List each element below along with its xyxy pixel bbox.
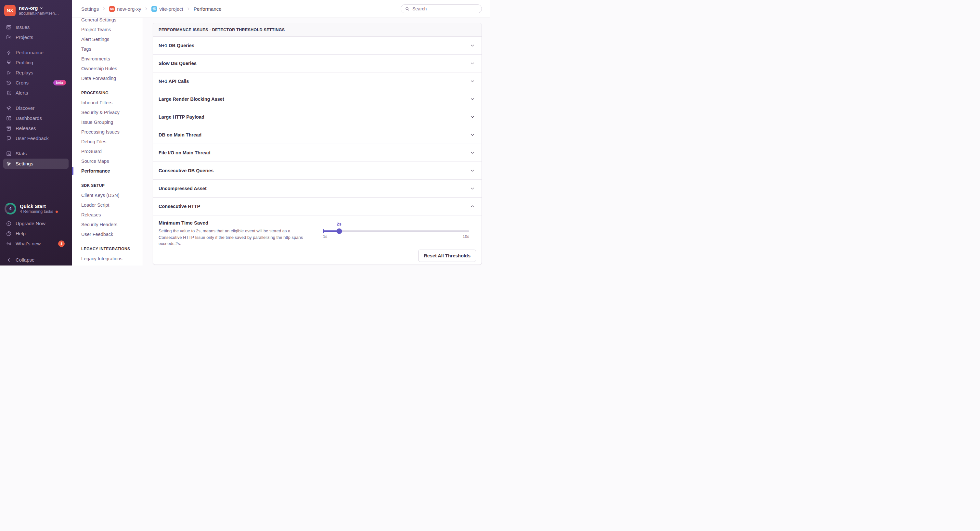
issues-icon xyxy=(6,24,12,30)
sidebar-item-label: Settings xyxy=(16,161,33,166)
sidebar-item-user-feedback[interactable]: User Feedback xyxy=(3,133,68,143)
sidebar-item-label: Replays xyxy=(16,70,33,75)
upgrade-icon xyxy=(6,221,12,226)
sidebar-item-label: Projects xyxy=(16,35,33,40)
sidebar-item-upgrade-now[interactable]: Upgrade Now xyxy=(3,218,68,229)
panel-header: PERFORMANCE ISSUES - DETECTOR THRESHOLD … xyxy=(153,23,482,37)
breadcrumb-current-page: Performance xyxy=(194,6,222,12)
projects-icon xyxy=(6,35,12,40)
consecutive-http-settings: Minimum Time Saved Setting the value to … xyxy=(153,215,482,246)
chevron-right-icon xyxy=(102,6,106,11)
beta-badge: beta xyxy=(53,80,66,86)
chevron-right-icon xyxy=(144,6,148,11)
detector-row-n1-api-calls[interactable]: N+1 API Calls xyxy=(153,73,482,91)
chevron-down-icon xyxy=(470,61,475,66)
settings-nav-item-performance[interactable]: Performance xyxy=(81,166,139,176)
sidebar-item-projects[interactable]: Projects xyxy=(3,32,68,42)
clock-icon xyxy=(6,80,12,86)
sidebar-item-dashboards[interactable]: Dashboards xyxy=(3,113,68,123)
quick-start[interactable]: 4 Quick Start 4 Remaining tasks xyxy=(3,203,68,215)
settings-nav-item-data-forwarding[interactable]: Data Forwarding xyxy=(81,73,139,83)
settings-nav-item-proguard[interactable]: ProGuard xyxy=(81,146,139,156)
search-input[interactable] xyxy=(412,6,478,11)
whats-new-badge: 1 xyxy=(58,240,65,247)
react-project-icon xyxy=(151,6,157,12)
settings-nav-item-legacy-integrations[interactable]: Legacy Integrations xyxy=(81,254,139,264)
chevron-down-icon xyxy=(470,169,475,173)
settings-nav-item-security-headers[interactable]: Security Headers xyxy=(81,220,139,229)
gear-icon xyxy=(6,161,12,167)
sidebar-item-stats[interactable]: Stats xyxy=(3,148,68,159)
settings-nav-item-processing-issues[interactable]: Processing Issues xyxy=(81,127,139,137)
chevron-right-icon xyxy=(186,6,191,11)
detector-row-db-on-main-thread[interactable]: DB on Main Thread xyxy=(153,126,482,144)
sidebar-item-label: Dashboards xyxy=(16,115,42,121)
detector-row-n1-db-queries[interactable]: N+1 DB Queries xyxy=(153,37,482,55)
settings-nav-item-releases[interactable]: Releases xyxy=(81,210,139,220)
sidebar-item-discover[interactable]: Discover xyxy=(3,103,68,113)
settings-nav-item-client-keys[interactable]: Client Keys (DSN) xyxy=(81,191,139,200)
detector-row-file-io-on-main-thread[interactable]: File I/O on Main Thread xyxy=(153,144,482,162)
pending-dot xyxy=(56,211,58,213)
settings-nav-item-inbound-filters[interactable]: Inbound Filters xyxy=(81,98,139,108)
archive-icon xyxy=(6,126,12,131)
dashboards-icon xyxy=(6,115,12,121)
org-name: new-org xyxy=(19,5,38,11)
detector-row-large-render-blocking-asset[interactable]: Large Render Blocking Asset xyxy=(153,91,482,108)
topbar: Settings NX new-org-xy vite-project Perf… xyxy=(72,0,490,18)
detector-row-slow-db-queries[interactable]: Slow DB Queries xyxy=(153,55,482,73)
settings-nav-item-security-privacy[interactable]: Security & Privacy xyxy=(81,108,139,117)
chevron-down-icon xyxy=(470,43,475,48)
sidebar-item-issues[interactable]: Issues xyxy=(3,22,68,32)
sidebar-item-crons[interactable]: Crons beta xyxy=(3,78,68,88)
chevron-up-icon xyxy=(470,204,475,208)
slider-thumb[interactable] xyxy=(336,229,342,234)
chevron-down-icon xyxy=(470,97,475,102)
sidebar-item-profiling[interactable]: Profiling xyxy=(3,57,68,68)
quick-start-count: 4 xyxy=(6,204,14,213)
sidebar-item-help[interactable]: Help xyxy=(3,229,68,238)
detector-row-consecutive-db-queries[interactable]: Consecutive DB Queries xyxy=(153,162,482,180)
settings-nav-item-alert-settings[interactable]: Alert Settings xyxy=(81,35,139,44)
settings-nav-item-tags[interactable]: Tags xyxy=(81,44,139,54)
settings-nav-item-project-teams[interactable]: Project Teams xyxy=(81,25,139,35)
quick-start-title: Quick Start xyxy=(20,203,58,210)
app-screen: NX new-org abdullah.khan@sen… Issues xyxy=(0,0,490,266)
settings-nav-item-debug-files[interactable]: Debug Files xyxy=(81,137,139,146)
sidebar-item-label: Profiling xyxy=(16,60,33,65)
sidebar-item-settings[interactable]: Settings xyxy=(3,159,68,169)
breadcrumb-settings[interactable]: Settings xyxy=(81,6,99,12)
sidebar-item-performance[interactable]: Performance xyxy=(3,48,68,57)
sidebar-item-whats-new[interactable]: What's new 1 xyxy=(3,238,68,249)
breadcrumb-project[interactable]: vite-project xyxy=(151,6,183,12)
slider-track[interactable] xyxy=(323,231,469,232)
settings-nav-item-user-feedback[interactable]: User Feedback xyxy=(81,229,139,239)
settings-nav: General Settings Project Teams Alert Set… xyxy=(72,0,143,266)
settings-nav-item-environments[interactable]: Environments xyxy=(81,54,139,64)
chevron-down-icon xyxy=(39,6,43,10)
settings-nav-item-issue-grouping[interactable]: Issue Grouping xyxy=(81,117,139,127)
detector-row-consecutive-http[interactable]: Consecutive HTTP xyxy=(153,197,482,215)
detector-row-uncompressed-asset[interactable]: Uncompressed Asset xyxy=(153,180,482,197)
reset-all-thresholds-button[interactable]: Reset All Thresholds xyxy=(418,250,476,262)
minimum-time-saved-slider: 2s 1s 10s xyxy=(323,220,469,246)
sidebar-item-label: Crons xyxy=(16,80,29,86)
sidebar-item-releases[interactable]: Releases xyxy=(3,123,68,133)
settings-nav-item-ownership-rules[interactable]: Ownership Rules xyxy=(81,64,139,73)
sidebar-item-replays[interactable]: Replays xyxy=(3,68,68,78)
settings-nav-item-loader-script[interactable]: Loader Script xyxy=(81,200,139,210)
chevron-down-icon xyxy=(470,133,475,137)
profiling-icon xyxy=(6,60,12,66)
collapse-label: Collapse xyxy=(16,257,35,262)
sidebar-item-alerts[interactable]: Alerts xyxy=(3,88,68,98)
threshold-setting-description: Setting the value to 2s, means that an e… xyxy=(159,228,308,247)
siren-icon xyxy=(6,90,12,96)
org-switcher[interactable]: NX new-org abdullah.khan@sen… xyxy=(4,5,68,16)
settings-nav-item-source-maps[interactable]: Source Maps xyxy=(81,156,139,166)
search-box[interactable] xyxy=(401,4,482,13)
help-icon xyxy=(6,231,12,237)
detector-row-large-http-payload[interactable]: Large HTTP Payload xyxy=(153,108,482,126)
sidebar-collapse-button[interactable]: Collapse xyxy=(3,255,68,265)
chevron-down-icon xyxy=(470,151,475,155)
breadcrumb-organization[interactable]: NX new-org-xy xyxy=(109,6,141,12)
